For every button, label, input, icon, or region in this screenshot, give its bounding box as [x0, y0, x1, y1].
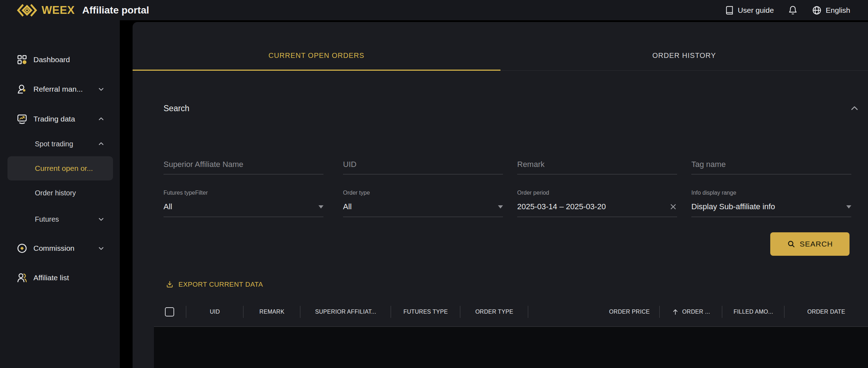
search-button-label: SEARCH [800, 240, 833, 248]
tab-order-history[interactable]: ORDER HISTORY [500, 22, 868, 70]
tab-label: CURRENT OPEN ORDERS [268, 52, 364, 60]
field-label: Order period [517, 190, 677, 196]
sidebar-item-label: Referral man... [33, 85, 83, 93]
notifications-button[interactable] [788, 5, 798, 15]
sidebar-item-label: Current open or... [35, 164, 93, 173]
dashboard-icon [17, 54, 27, 65]
header-cell-order-type[interactable]: ORDER TYPE [460, 297, 528, 326]
remark-input[interactable] [517, 160, 677, 174]
language-label: English [826, 6, 850, 15]
sidebar: Dashboard Referral man... [0, 20, 120, 368]
date-range-value: 2025-03-14 – 2025-03-20 [517, 202, 606, 211]
sidebar-item-commission[interactable]: Commission [0, 240, 120, 256]
sidebar-item-futures[interactable]: Futures [0, 211, 120, 227]
header-cell-filled-amount[interactable]: FILLED AMO... [722, 297, 784, 326]
chevron-up-icon [98, 116, 104, 122]
header-cell-select [154, 297, 186, 326]
sidebar-item-label: Spot trading [35, 140, 73, 148]
header-cell-order-sorted[interactable]: ORDER ... [660, 297, 722, 326]
field-order-period: Order period 2025-03-14 – 2025-03-20 [517, 190, 677, 217]
header-label: ORDER ... [682, 309, 710, 315]
order-period-datepicker[interactable]: 2025-03-14 – 2025-03-20 [517, 202, 677, 217]
sidebar-item-affiliate-list[interactable]: Affiliate list [0, 270, 120, 286]
weex-affiliate-portal: WEEX Affiliate portal User guide [0, 0, 868, 368]
brand[interactable]: WEEX [16, 3, 75, 18]
table-body-empty [154, 327, 868, 368]
field-uid [343, 160, 503, 174]
field-label: Order type [343, 190, 503, 196]
trading-monitor-icon [17, 114, 27, 124]
sidebar-item-current-open-orders[interactable]: Current open or... [7, 156, 113, 180]
header-cell-order-date[interactable]: ORDER DATE [784, 297, 868, 326]
user-guide-link[interactable]: User guide [725, 6, 774, 15]
sidebar-item-label: Affiliate list [33, 274, 69, 282]
sidebar-item-label: Dashboard [33, 55, 70, 64]
header-cell-futures-type[interactable]: FUTURES TYPE [391, 297, 460, 326]
selected-value: Display Sub-affiliate info [691, 202, 775, 211]
field-order-type: Order type All [343, 190, 503, 217]
select-all-checkbox[interactable] [165, 307, 174, 316]
export-label: EXPORT CURRENT DATA [178, 281, 263, 288]
main-panel: CURRENT OPEN ORDERS ORDER HISTORY Search… [133, 22, 868, 368]
field-label: Info display range [691, 190, 851, 196]
page-title: Affiliate portal [82, 5, 149, 16]
header-cell-uid[interactable]: UID [186, 297, 243, 326]
affiliate-people-icon [17, 272, 27, 283]
header-cell-remark[interactable]: REMARK [243, 297, 300, 326]
topbar-actions: User guide English [725, 0, 850, 20]
tag-name-input[interactable] [691, 160, 851, 174]
commission-icon [17, 243, 27, 254]
search-button[interactable]: SEARCH [770, 232, 850, 256]
chevron-down-icon [98, 216, 104, 222]
orders-table: UID REMARK SUPERIOR AFFILIAT... FUTURES … [154, 297, 868, 368]
brand-name: WEEX [42, 4, 75, 17]
sort-asc-icon[interactable] [672, 308, 679, 315]
sidebar-item-spot-trading[interactable]: Spot trading [0, 136, 120, 152]
book-icon [725, 6, 734, 15]
tab-current-open-orders[interactable]: CURRENT OPEN ORDERS [133, 22, 500, 70]
language-selector[interactable]: English [812, 5, 850, 15]
collapse-search-icon[interactable] [850, 104, 859, 113]
tab-label: ORDER HISTORY [652, 52, 716, 60]
sidebar-item-referral-management[interactable]: Referral man... [0, 81, 120, 97]
select-caret-icon [498, 205, 503, 209]
field-info-display-range: Info display range Display Sub-affiliate… [691, 190, 851, 217]
field-tag-name [691, 160, 851, 174]
weex-logo-icon [16, 3, 38, 18]
tabbar: CURRENT OPEN ORDERS ORDER HISTORY [133, 22, 868, 71]
selected-value: All [343, 202, 352, 211]
order-type-select[interactable]: All [343, 202, 503, 217]
header-cell-order-price[interactable]: ORDER PRICE [528, 297, 660, 326]
futures-type-select[interactable]: All [164, 202, 323, 217]
sidebar-item-label: Order history [35, 189, 76, 197]
sidebar-item-label: Trading data [33, 115, 75, 123]
select-caret-icon [846, 205, 851, 209]
superior-affiliate-name-input[interactable] [164, 160, 323, 174]
topbar: WEEX Affiliate portal User guide [0, 0, 868, 20]
chevron-down-icon [98, 245, 104, 251]
field-label: Futures typeFilter [164, 190, 323, 196]
chevron-down-icon [98, 86, 104, 92]
chevron-up-icon [98, 141, 104, 147]
selected-value: All [164, 202, 172, 211]
table-header-row: UID REMARK SUPERIOR AFFILIAT... FUTURES … [154, 297, 868, 327]
referral-person-icon [17, 84, 27, 94]
uid-input[interactable] [343, 160, 503, 174]
clear-date-icon[interactable] [669, 203, 677, 211]
search-section-title: Search [164, 104, 189, 113]
field-futures-type-filter: Futures typeFilter All [164, 190, 323, 217]
field-remark [517, 160, 677, 174]
sidebar-item-order-history[interactable]: Order history [0, 185, 120, 201]
header-cell-superior-affiliate[interactable]: SUPERIOR AFFILIAT... [300, 297, 391, 326]
info-display-range-select[interactable]: Display Sub-affiliate info [691, 202, 851, 217]
sidebar-item-dashboard[interactable]: Dashboard [0, 52, 120, 67]
globe-icon [812, 5, 822, 15]
sidebar-item-label: Commission [33, 244, 75, 253]
search-icon [787, 240, 795, 248]
bell-icon [788, 5, 798, 15]
download-icon [166, 280, 174, 288]
select-caret-icon [318, 205, 323, 209]
field-superior-affiliate-name [164, 160, 323, 174]
sidebar-item-trading-data[interactable]: Trading data [0, 111, 120, 127]
export-current-data-button[interactable]: EXPORT CURRENT DATA [166, 280, 263, 288]
